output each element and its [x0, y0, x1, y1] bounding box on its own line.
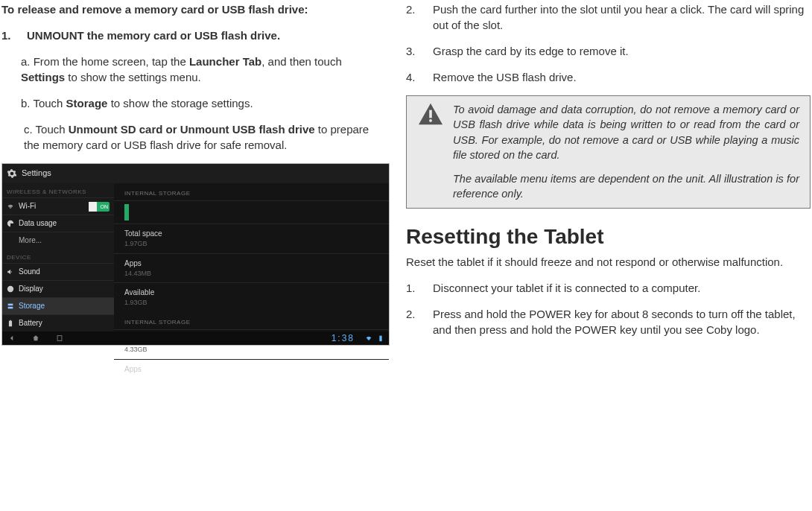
settings-label: Settings — [21, 71, 65, 83]
value: 1.97GB — [124, 239, 378, 249]
step-1: 1. UNMOUNT the memory card or USB flash … — [1, 28, 388, 43]
label: Apps — [124, 364, 378, 375]
manual-page: To release and remove a memory card or U… — [0, 0, 812, 511]
storage-label: Storage — [19, 301, 45, 311]
settings-sidebar: WIRELESS & NETWORKS Wi-Fi ON Data usage … — [2, 183, 114, 331]
step-number: 3. — [406, 43, 433, 59]
sidebar-item-wifi[interactable]: Wi-Fi ON — [2, 197, 114, 215]
text: c. Touch — [24, 123, 69, 136]
app-title: Settings — [22, 168, 51, 179]
callout-icon-wrap — [417, 102, 453, 202]
resetting-heading: Resetting the Tablet — [406, 222, 811, 251]
svg-rect-8 — [379, 336, 381, 342]
battery-label: Battery — [19, 318, 42, 328]
step-number: 1. — [406, 280, 433, 296]
svg-rect-9 — [429, 110, 432, 118]
warning-icon — [417, 102, 444, 126]
step-1c: c. Touch Unmount SD card or Unmount USB … — [24, 121, 384, 153]
step-text: Remove the USB flash drive. — [433, 69, 577, 85]
svg-point-0 — [7, 286, 13, 292]
settings-icon — [7, 168, 17, 179]
value: 1.93GB — [124, 298, 378, 308]
sidebar-item-battery[interactable]: Battery — [2, 314, 114, 331]
step-text: UNMOUNT the memory card or USB flash dri… — [27, 28, 280, 43]
label: Total space — [124, 229, 378, 239]
more-label: More... — [19, 235, 42, 246]
text: b. Touch — [21, 97, 66, 110]
svg-rect-1 — [8, 304, 13, 306]
sidebar-item-storage[interactable]: Storage — [2, 297, 114, 314]
callout-p1: To avoid damage and data corruption, do … — [453, 102, 799, 162]
step-1b: b. Touch Storage to show the storage set… — [21, 95, 384, 111]
sidebar-item-display[interactable]: Display — [2, 280, 114, 297]
step-text: Grasp the card by its edge to remove it. — [433, 43, 629, 59]
text: a. From the home screen, tap the — [21, 55, 189, 68]
nav-bar: 1:38 — [2, 331, 389, 345]
label: Available — [124, 288, 378, 298]
resetting-intro: Reset the tablet if it should freeze and… — [406, 254, 811, 270]
sound-label: Sound — [19, 267, 40, 277]
back-icon[interactable] — [7, 334, 17, 342]
display-icon — [7, 285, 14, 293]
sidebar-item-data-usage[interactable]: Data usage — [2, 215, 114, 232]
sound-icon — [7, 268, 14, 276]
step-text: Press and hold the POWER key for about 8… — [433, 306, 811, 337]
row-total-space-1[interactable]: Total space 1.97GB — [114, 223, 389, 253]
reset-step-1: 1. Disconnect your tablet if it is conne… — [406, 280, 811, 296]
value: 4.33GB — [124, 345, 378, 355]
data-usage-icon — [7, 220, 14, 227]
unmount-label: Unmount SD card or Unmount USB flash dri… — [69, 123, 315, 136]
wifi-icon — [7, 203, 14, 210]
column-right: 2. Push the card further into the slot u… — [391, 0, 812, 511]
svg-point-10 — [429, 119, 432, 122]
sidebar-item-sound[interactable]: Sound — [2, 263, 114, 280]
settings-main: INTERNAL STORAGE Total space 1.97GB Apps… — [114, 183, 389, 331]
svg-rect-2 — [8, 307, 13, 309]
category-wireless: WIRELESS & NETWORKS — [2, 183, 114, 197]
step-4: 4. Remove the USB flash drive. — [406, 69, 811, 85]
display-label: Display — [19, 284, 43, 294]
wifi-label: Wi-Fi — [19, 201, 36, 212]
battery-status-icon — [377, 334, 384, 342]
category-device: DEVICE — [2, 249, 114, 263]
step-2: 2. Push the card further into the slot u… — [406, 1, 811, 33]
app-title-bar: Settings — [2, 164, 389, 183]
home-icon[interactable] — [31, 334, 41, 342]
step-number: 2. — [406, 1, 433, 33]
section-internal-storage: INTERNAL STORAGE — [114, 183, 389, 201]
row-apps-2[interactable]: Apps — [114, 359, 389, 375]
label: Apps — [124, 258, 378, 269]
callout-text: To avoid damage and data corruption, do … — [453, 102, 799, 202]
storage-icon — [7, 302, 14, 310]
step-3: 3. Grasp the card by its edge to remove … — [406, 43, 811, 59]
warning-callout: To avoid damage and data corruption, do … — [406, 95, 811, 209]
wifi-toggle[interactable]: ON — [89, 202, 110, 212]
text: to show the settings menu. — [65, 71, 201, 83]
step-text: Push the card further into the slot unti… — [433, 1, 811, 33]
value: 14.43MB — [124, 269, 378, 279]
step-number: 2. — [406, 306, 433, 337]
clock: 1:38 — [332, 332, 355, 345]
wifi-status-icon — [365, 334, 372, 342]
text: , and then touch — [261, 55, 342, 68]
row-apps[interactable]: Apps 14.43MB — [114, 253, 389, 283]
settings-screenshot: Settings WIRELESS & NETWORKS Wi-Fi ON Da… — [1, 163, 390, 346]
step-1a: a. From the home screen, tap the Launche… — [21, 54, 384, 85]
intro-heading: To release and remove a memory card or U… — [1, 1, 388, 17]
battery-icon — [7, 320, 14, 327]
row-available[interactable]: Available 1.93GB — [114, 282, 389, 312]
recent-icon[interactable] — [54, 334, 65, 342]
settings-body: WIRELESS & NETWORKS Wi-Fi ON Data usage … — [2, 183, 389, 331]
step-number: 1. — [1, 28, 27, 43]
step-text: Disconnect your tablet if it is connecte… — [433, 280, 700, 296]
storage-label: Storage — [66, 97, 108, 110]
launcher-tab-label: Launcher Tab — [189, 55, 261, 68]
sidebar-item-more[interactable]: More... — [2, 232, 114, 249]
step-number: 4. — [406, 69, 433, 85]
section-internal-storage-2: INTERNAL STORAGE — [114, 312, 389, 330]
column-left: To release and remove a memory card or U… — [0, 0, 391, 511]
callout-p2: The available menu items are dependent o… — [453, 171, 799, 202]
text: to show the storage settings. — [107, 97, 253, 110]
data-usage-label: Data usage — [19, 218, 57, 229]
reset-step-2: 2. Press and hold the POWER key for abou… — [406, 306, 811, 337]
